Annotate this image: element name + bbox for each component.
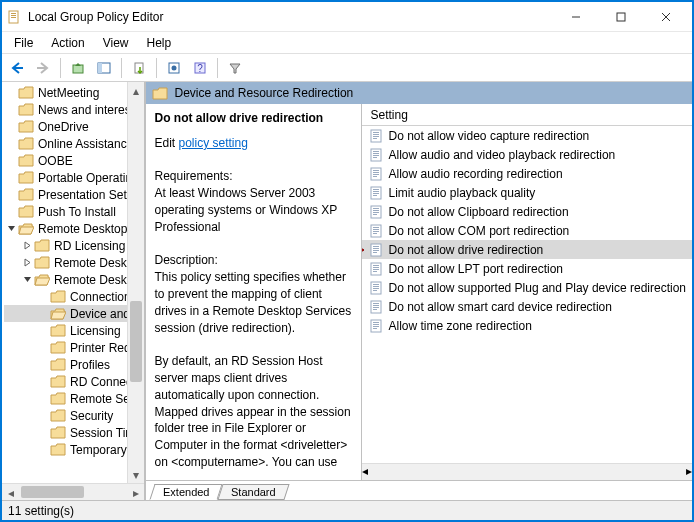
up-button[interactable] xyxy=(67,57,89,79)
list-item[interactable]: Allow audio and video playback redirecti… xyxy=(362,145,692,164)
description-heading: Description: xyxy=(154,252,353,269)
scroll-right-icon[interactable]: ▸ xyxy=(127,484,144,500)
tree-item[interactable]: OOBE xyxy=(4,152,145,169)
svg-rect-35 xyxy=(373,189,379,190)
close-button[interactable] xyxy=(643,3,688,31)
tree-item[interactable]: Session Time Limits xyxy=(4,424,145,441)
svg-rect-68 xyxy=(373,309,377,310)
tree-horizontal-scrollbar[interactable]: ◂ ▸ xyxy=(2,483,144,500)
list-column-header[interactable]: Setting xyxy=(362,104,692,126)
edit-policy-link[interactable]: policy setting xyxy=(179,136,248,150)
collapse-icon[interactable] xyxy=(4,224,18,233)
list-item[interactable]: Do not allow COM port redirection xyxy=(362,221,692,240)
tree-item-label: News and interests xyxy=(36,103,140,117)
tree[interactable]: NetMeetingNews and interestsOneDriveOnli… xyxy=(2,82,145,460)
filter-button[interactable] xyxy=(224,57,246,79)
svg-rect-71 xyxy=(373,324,379,325)
help-button[interactable]: ? xyxy=(189,57,211,79)
content: NetMeetingNews and interestsOneDriveOnli… xyxy=(2,82,692,500)
maximize-button[interactable] xyxy=(598,3,643,31)
tree-item[interactable]: Device and Resource Redirection xyxy=(4,305,145,322)
tree-item[interactable]: Printer Redirection xyxy=(4,339,145,356)
expand-icon[interactable] xyxy=(20,258,34,267)
tree-item[interactable]: NetMeeting xyxy=(4,84,145,101)
tree-item[interactable]: Connections xyxy=(4,288,145,305)
svg-rect-48 xyxy=(373,233,377,234)
folder-icon xyxy=(18,103,34,117)
policy-icon xyxy=(368,299,384,315)
tree-item[interactable]: Remote Desktop Connection Client xyxy=(4,254,145,271)
tree-item[interactable]: Remote Desktop Services xyxy=(4,220,145,237)
tree-item[interactable]: Remote Session Environment xyxy=(4,390,145,407)
tree-item[interactable]: Push To Install xyxy=(4,203,145,220)
export-button[interactable] xyxy=(128,57,150,79)
scroll-left-icon[interactable]: ◂ xyxy=(2,484,19,500)
tree-item-label: Profiles xyxy=(68,358,110,372)
list-item-label: Do not allow Clipboard redirection xyxy=(388,205,568,219)
svg-rect-23 xyxy=(373,138,377,139)
folder-icon xyxy=(18,86,34,100)
list-item-label: Do not allow smart card device redirecti… xyxy=(388,300,611,314)
tree-item[interactable]: RD Licensing xyxy=(4,237,145,254)
tabs: Extended Standard xyxy=(146,480,692,500)
folder-icon xyxy=(50,341,66,355)
svg-rect-26 xyxy=(373,153,379,154)
menu-file[interactable]: File xyxy=(6,34,41,52)
minimize-button[interactable] xyxy=(553,3,598,31)
list-item[interactable]: Do not allow video capture redirection xyxy=(362,126,692,145)
svg-rect-56 xyxy=(373,267,379,268)
svg-rect-25 xyxy=(373,151,379,152)
svg-rect-50 xyxy=(373,246,379,247)
properties-button[interactable] xyxy=(163,57,185,79)
svg-rect-62 xyxy=(373,288,379,289)
tab-standard[interactable]: Standard xyxy=(217,484,289,500)
show-hide-tree-button[interactable] xyxy=(93,57,115,79)
list-item[interactable]: Allow time zone redirection xyxy=(362,316,692,335)
list-item[interactable]: Do not allow smart card device redirecti… xyxy=(362,297,692,316)
svg-rect-28 xyxy=(373,157,377,158)
folder-icon xyxy=(50,426,66,440)
list-item-label: Do not allow supported Plug and Play dev… xyxy=(388,281,686,295)
group-header: Device and Resource Redirection xyxy=(146,82,692,104)
back-button[interactable] xyxy=(6,57,28,79)
list-item[interactable]: Do not allow drive redirection xyxy=(362,240,692,259)
expand-icon[interactable] xyxy=(20,241,34,250)
menu-help[interactable]: Help xyxy=(139,34,180,52)
tree-item[interactable]: Security xyxy=(4,407,145,424)
svg-rect-41 xyxy=(373,210,379,211)
tree-item[interactable]: Portable Operating System xyxy=(4,169,145,186)
scroll-up-icon[interactable]: ▴ xyxy=(128,82,144,99)
folder-icon xyxy=(18,154,34,168)
list-horizontal-scrollbar[interactable]: ◂ ▸ xyxy=(362,463,692,480)
folder-icon xyxy=(18,205,34,219)
tree-item[interactable]: Remote Desktop Session Host xyxy=(4,271,145,288)
tree-item-label: OOBE xyxy=(36,154,73,168)
forward-button[interactable] xyxy=(32,57,54,79)
tree-item[interactable]: News and interests xyxy=(4,101,145,118)
tree-item[interactable]: Temporary folders xyxy=(4,441,145,458)
tree-item[interactable]: OneDrive xyxy=(4,118,145,135)
collapse-icon[interactable] xyxy=(20,275,34,284)
list-item[interactable]: Do not allow Clipboard redirection xyxy=(362,202,692,221)
scroll-right-icon[interactable]: ▸ xyxy=(686,464,692,480)
tree-item[interactable]: Profiles xyxy=(4,356,145,373)
menu-view[interactable]: View xyxy=(95,34,137,52)
settings-list[interactable]: Do not allow video capture redirectionAl… xyxy=(362,126,692,463)
scroll-down-icon[interactable]: ▾ xyxy=(128,466,144,483)
edit-link-row: Edit policy setting xyxy=(154,135,353,152)
tree-item[interactable]: Online Assistance xyxy=(4,135,145,152)
tree-vertical-scrollbar[interactable]: ▴ ▾ xyxy=(127,82,144,483)
list-item[interactable]: Do not allow supported Plug and Play dev… xyxy=(362,278,692,297)
list-item[interactable]: Limit audio playback quality xyxy=(362,183,692,202)
list-item[interactable]: Do not allow LPT port redirection xyxy=(362,259,692,278)
list-item[interactable]: Allow audio recording redirection xyxy=(362,164,692,183)
menu-action[interactable]: Action xyxy=(43,34,92,52)
tree-item[interactable]: Presentation Settings xyxy=(4,186,145,203)
policy-icon xyxy=(368,261,384,277)
tree-item[interactable]: Licensing xyxy=(4,322,145,339)
svg-rect-57 xyxy=(373,269,379,270)
tree-item[interactable]: RD Connection Broker xyxy=(4,373,145,390)
svg-rect-65 xyxy=(373,303,379,304)
folder-icon xyxy=(18,222,34,236)
tab-extended[interactable]: Extended xyxy=(150,484,224,500)
